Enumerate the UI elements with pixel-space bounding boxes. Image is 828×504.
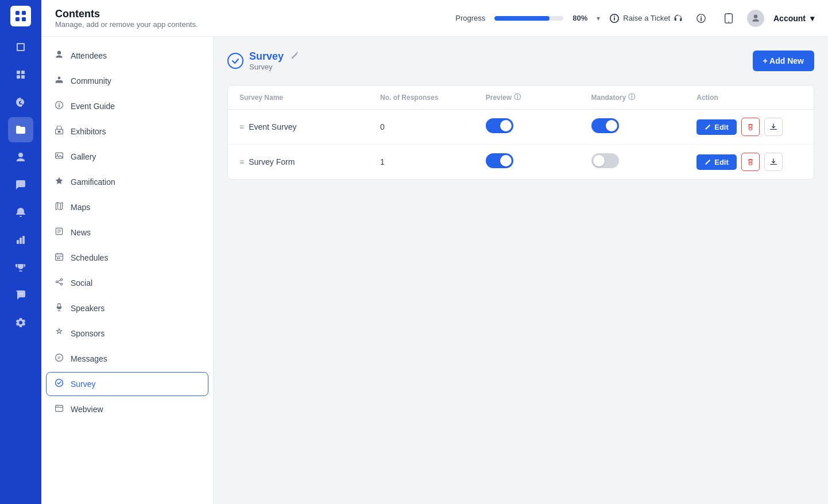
sidebar-label-sponsors: Sponsors [71,329,105,338]
rail-grid-icon[interactable] [8,62,33,87]
svg-rect-26 [59,258,60,259]
row1-edit-button[interactable]: Edit [697,119,737,135]
mobile-preview-button[interactable] [719,9,738,28]
rail-folder-icon[interactable] [8,117,33,142]
raise-ticket-button[interactable]: Raise a Ticket [609,13,683,24]
page-header: Survey Survey + Add New [227,51,814,71]
page-title: Survey [249,51,284,63]
rail-person-icon[interactable] [8,145,33,170]
svg-rect-0 [16,11,20,15]
th-preview: Preview ⓘ [486,92,591,102]
sidebar: Attendees Community Event Guide Exhibito… [41,37,214,504]
sidebar-item-attendees[interactable]: Attendees [46,44,208,68]
sidebar-item-news[interactable]: News [46,220,208,245]
rail-palette-icon[interactable] [8,90,33,115]
table-row: ≡ Event Survey 0 [228,110,814,145]
row2-mandatory-toggle[interactable] [591,153,697,170]
svg-point-22 [57,154,58,155]
sidebar-label-social: Social [71,278,92,288]
sidebar-label-event-guide: Event Guide [71,102,115,111]
row1-delete-button[interactable] [741,118,760,136]
sidebar-item-gallery[interactable]: Gallery [46,145,208,169]
svg-point-31 [56,379,63,387]
rail-bubble-icon[interactable] [8,282,33,308]
page-title-block: Survey Survey [249,51,299,71]
add-new-label: + Add New [763,56,804,65]
row2-menu-icon: ≡ [239,157,244,166]
row2-preview-toggle[interactable] [486,153,591,170]
row1-mandatory-toggle[interactable] [591,118,697,135]
svg-point-30 [56,354,63,362]
row2-delete-button[interactable] [741,153,760,171]
row1-name: ≡ Event Survey [239,122,380,131]
svg-rect-2 [16,17,20,21]
main-area: Contents Manage, add or remove your app … [41,0,828,504]
sidebar-item-community[interactable]: Community [46,69,208,93]
header-title-block: Contents Manage, add or remove your app … [55,8,455,29]
svg-point-11 [18,293,20,294]
sidebar-label-community: Community [71,76,111,86]
svg-point-34 [58,406,59,406]
page-title-edit-icon[interactable] [291,52,299,61]
sidebar-item-schedules[interactable]: Schedules [46,246,208,270]
rail-settings-icon[interactable] [8,310,33,335]
th-responses: No. of Responses [380,92,486,102]
svg-rect-1 [22,11,26,15]
info-button[interactable] [692,9,710,28]
social-icon [55,277,64,289]
account-label: Account [773,14,806,23]
sidebar-label-messages: Messages [71,354,107,363]
rail-bell-icon[interactable] [8,200,33,225]
gamification-icon [55,176,64,188]
sidebar-item-sponsors[interactable]: Sponsors [46,321,208,346]
sidebar-item-social[interactable]: Social [46,271,208,295]
sidebar-label-gallery: Gallery [71,152,96,161]
th-mandatory: Mandatory ⓘ [591,92,697,102]
rail-barchart-icon[interactable] [8,227,33,253]
sidebar-item-exhibitors[interactable]: Exhibitors [46,119,208,144]
preview-info-icon[interactable]: ⓘ [514,92,521,102]
top-header: Contents Manage, add or remove your app … [41,0,828,37]
row2-actions: Edit [697,153,802,171]
account-chevron-icon: ▾ [810,14,814,23]
sidebar-item-maps[interactable]: Maps [46,195,208,219]
svg-point-28 [56,281,57,282]
rail-chat-icon[interactable] [8,172,33,197]
row1-responses: 0 [380,122,486,131]
content-body: Attendees Community Event Guide Exhibito… [41,37,828,504]
survey-icon [55,378,64,390]
sidebar-item-survey[interactable]: Survey [46,372,208,396]
sidebar-label-schedules: Schedules [71,253,108,262]
row2-download-button[interactable] [764,153,783,171]
gallery-icon [55,151,64,162]
sidebar-item-webview[interactable]: Webview [46,397,208,421]
row1-preview-toggle[interactable] [486,118,591,135]
page-check-icon [227,53,243,69]
schedules-icon [55,252,64,263]
sidebar-label-gamification: Gamification [71,177,115,187]
progress-bar-fill [494,16,550,21]
mandatory-info-icon[interactable]: ⓘ [628,92,635,102]
svg-rect-9 [20,238,22,244]
row2-edit-button[interactable]: Edit [697,154,737,170]
row1-download-button[interactable] [764,118,783,136]
rail-page-icon[interactable] [8,34,33,60]
account-button[interactable]: Account ▾ [773,14,814,23]
sidebar-item-speakers[interactable]: Speakers [46,296,208,320]
headset-icon [674,14,683,23]
svg-point-16 [728,21,729,22]
maps-icon [55,201,64,213]
rail-trophy-icon[interactable] [8,255,33,280]
sidebar-item-gamification[interactable]: Gamification [46,170,208,194]
event-guide-icon [55,100,64,112]
progress-chevron-icon[interactable]: ▾ [597,14,600,22]
sidebar-item-event-guide[interactable]: Event Guide [46,94,208,118]
th-action: Action [697,92,802,102]
app-logo[interactable] [10,6,31,26]
add-new-button[interactable]: + Add New [753,51,814,71]
sidebar-label-attendees: Attendees [71,51,107,60]
main-content: Survey Survey + Add New Survey Name [214,37,828,504]
sidebar-item-messages[interactable]: Messages [46,347,208,371]
svg-rect-5 [21,71,25,74]
sidebar-label-news: News [71,228,91,237]
